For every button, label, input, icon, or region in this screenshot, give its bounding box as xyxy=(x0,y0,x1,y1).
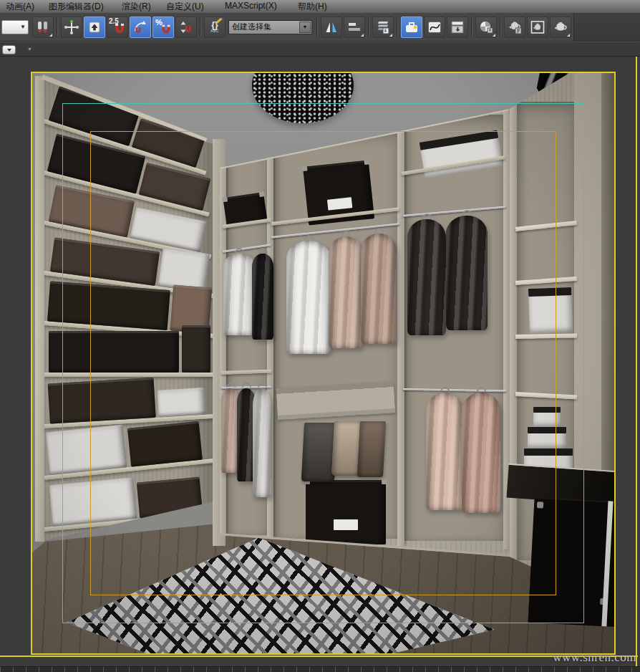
toolbar-separator xyxy=(397,18,398,37)
flyout-mark xyxy=(49,34,52,37)
flyout-mark xyxy=(567,34,570,37)
snap-mode-value: 2.5 xyxy=(109,17,119,25)
viewport-border-bottom xyxy=(0,656,638,657)
main-toolbar: ▼ xyxy=(0,13,640,42)
toolbox-icon xyxy=(404,19,420,35)
3dsmax-window: 动画(A) 图形编辑器(D) 渲染(R) 自定义(U) MAXScript(X)… xyxy=(0,0,640,672)
flyout-mark xyxy=(361,34,364,37)
angle-snap-toggle-button[interactable] xyxy=(130,16,151,38)
flyout-mark xyxy=(493,34,495,37)
teapot-icon xyxy=(553,19,568,35)
material-editor-button[interactable] xyxy=(475,16,497,38)
teapot-dialog-icon xyxy=(507,19,523,35)
edit-named-selection-sets-button[interactable]: {} ABC xyxy=(204,16,226,38)
layers-icon xyxy=(375,19,391,35)
menu-maxscript[interactable]: MAXScript(X) xyxy=(225,1,277,11)
menu-help[interactable]: 帮助(H) xyxy=(298,1,327,13)
toolbar-buttons: ▼ xyxy=(0,13,573,41)
toolbar-empty-area xyxy=(573,13,640,41)
viewport-border-right xyxy=(636,57,637,666)
graphite-modeling-tools-button[interactable] xyxy=(401,16,422,38)
snaps-toggle-button[interactable]: 2.5 xyxy=(107,16,128,38)
mirror-button[interactable] xyxy=(321,16,342,38)
toolbar-separator xyxy=(316,18,318,37)
flyout-mark xyxy=(389,34,392,37)
toolbar-separator xyxy=(57,18,58,37)
watermark: www.snren.com xyxy=(553,651,636,665)
track-bar[interactable] xyxy=(0,666,640,672)
layer-manager-button[interactable] xyxy=(372,16,394,38)
curve-editor-icon xyxy=(427,19,442,35)
schematic-view-icon xyxy=(450,19,465,35)
perspective-viewport[interactable] xyxy=(0,57,640,666)
pivot-center-icon xyxy=(35,19,51,35)
angle-snap-icon xyxy=(132,19,148,35)
render-production-button[interactable] xyxy=(550,16,571,38)
spinner-snap-toggle-button[interactable] xyxy=(175,16,197,38)
rendered-scene[interactable] xyxy=(31,72,616,655)
align-icon xyxy=(346,19,362,35)
teapot-frame-icon xyxy=(530,19,546,35)
reference-coordinate-dropdown[interactable]: ▼ xyxy=(1,20,29,34)
manipulate-icon xyxy=(64,19,79,35)
menu-rendering[interactable]: 渲染(R) xyxy=(122,1,151,13)
menu-customize[interactable]: 自定义(U) xyxy=(166,1,204,13)
align-button[interactable] xyxy=(344,16,365,38)
selection-set-value: 创建选择集 xyxy=(229,21,299,32)
spinner-snap-icon xyxy=(178,19,194,35)
toolbar-separator xyxy=(200,18,201,37)
select-and-manipulate-button[interactable] xyxy=(61,16,82,38)
toolbar-separator xyxy=(471,18,472,37)
toolbar-separator xyxy=(368,18,369,37)
menu-graph-editors[interactable]: 图形编辑器(D) xyxy=(49,1,104,13)
material-sphere-icon xyxy=(478,19,494,35)
menu-animation[interactable]: 动画(A) xyxy=(6,1,34,13)
toolbar-separator xyxy=(500,18,501,37)
title-safe-frame xyxy=(90,131,556,595)
abc-glyph: ABC xyxy=(210,29,219,33)
dropdown-arrow-icon[interactable]: ▼ xyxy=(299,21,311,33)
keyboard-shortcut-override-button[interactable] xyxy=(84,16,105,38)
menu-bar: 动画(A) 图形编辑器(D) 渲染(R) 自定义(U) MAXScript(X)… xyxy=(0,0,640,13)
rendered-frame-window-button[interactable] xyxy=(527,16,548,38)
render-setup-button[interactable] xyxy=(504,16,525,38)
named-selection-sets-dropdown[interactable]: 创建选择集 ▼ xyxy=(228,20,312,34)
keyboard-override-icon xyxy=(87,19,102,35)
ribbon-expand-caret-icon[interactable]: ▼ xyxy=(27,47,32,52)
ribbon-strip: ▼ xyxy=(0,42,640,57)
mirror-icon xyxy=(324,19,339,35)
percent-snap-toggle-button[interactable]: % xyxy=(152,16,174,38)
use-pivot-point-center-button[interactable] xyxy=(32,16,54,38)
schematic-view-button[interactable] xyxy=(447,16,468,38)
curve-editor-button[interactable] xyxy=(424,16,445,38)
ribbon-minimized-icon[interactable] xyxy=(2,45,16,54)
percent-symbol: % xyxy=(155,18,163,27)
